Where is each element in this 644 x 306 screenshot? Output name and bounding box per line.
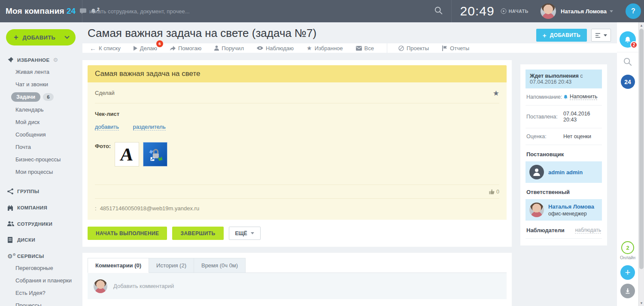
gear-icon[interactable]: ⚙ bbox=[53, 57, 58, 63]
rail-notifications-button[interactable]: 2 bbox=[620, 31, 636, 48]
sidebar-item-messages[interactable]: Сообщения bbox=[0, 128, 82, 141]
tab-all[interactable]: Все bbox=[356, 45, 374, 52]
creator-row[interactable]: admin admin bbox=[526, 161, 602, 183]
set-reminder-link[interactable]: Напомнить bbox=[570, 94, 597, 100]
online-label: Онлайн bbox=[620, 255, 635, 260]
sidebar-add-label: ДОБАВИТЬ bbox=[23, 34, 64, 41]
sidebar-item-my-processes[interactable]: Мои процессы bbox=[0, 166, 82, 178]
logo-24-suffix: 24 bbox=[67, 6, 76, 16]
castle-icon bbox=[7, 205, 15, 211]
start-task-button[interactable]: НАЧАТЬ ВЫПОЛНЕНИЕ bbox=[88, 227, 167, 240]
list-settings-button[interactable] bbox=[591, 29, 611, 42]
page-title: Самая важная задача на свете (задача №7) bbox=[88, 27, 536, 40]
reminder-label: Напоминание: bbox=[526, 94, 563, 100]
page-scrollbar[interactable]: ▲ ▼ bbox=[638, 22, 644, 306]
scrollbar-thumb[interactable] bbox=[639, 29, 644, 269]
creator-name[interactable]: admin admin bbox=[548, 169, 583, 176]
sidebar-section-drives[interactable]: ДИСКИ bbox=[7, 237, 82, 243]
tab-projects[interactable]: Проекты bbox=[398, 45, 429, 52]
photo-thumbnail-lock[interactable] bbox=[143, 142, 167, 167]
search-icon[interactable] bbox=[434, 6, 443, 16]
tab-helping[interactable]: Помогаю bbox=[170, 45, 201, 52]
thumb-up-icon[interactable] bbox=[489, 189, 495, 194]
checklist-add-link[interactable]: добавить bbox=[95, 124, 119, 130]
scroll-up-arrow[interactable]: ▲ bbox=[639, 22, 644, 28]
like-count: 0 bbox=[496, 189, 499, 195]
tab-back-to-list[interactable]: ← К списку bbox=[90, 45, 121, 52]
search-input[interactable] bbox=[89, 8, 434, 15]
clock-time: 20:49 bbox=[460, 4, 495, 18]
sidebar-favorites-label[interactable]: ИЗБРАННОЕ bbox=[17, 58, 50, 63]
sidebar-add-button[interactable]: + ДОБАВИТЬ bbox=[6, 29, 76, 45]
task-action-buttons: НАЧАТЬ ВЫПОЛНЕНИЕ ЗАВЕРШИТЬ ЕЩЁ bbox=[88, 220, 507, 242]
divider bbox=[617, 52, 638, 52]
responsible-name[interactable]: Наталья Ломова bbox=[548, 203, 594, 210]
tab-favorites[interactable]: ★ Избранное bbox=[307, 45, 343, 52]
person-icon bbox=[214, 45, 219, 51]
sidebar-item-calendar[interactable]: Календарь bbox=[0, 103, 82, 116]
scroll-down-arrow[interactable]: ▼ bbox=[639, 300, 644, 306]
tab-reports[interactable]: Отчеты bbox=[442, 45, 469, 52]
rating-value: Нет оценки bbox=[563, 133, 591, 139]
sidebar-item-business-processes[interactable]: Бизнес-процессы bbox=[0, 153, 82, 166]
tab-doing[interactable]: Делаю 6 bbox=[134, 45, 157, 52]
tab-time[interactable]: Время (0ч 0м) bbox=[194, 258, 246, 273]
photo-thumbnail-letter[interactable]: A bbox=[115, 142, 139, 167]
finish-task-button[interactable]: ЗАВЕРШИТЬ bbox=[172, 227, 223, 240]
tab-history[interactable]: История (2) bbox=[149, 258, 194, 273]
sidebar-section-employees[interactable]: СОТРУДНИКИ bbox=[7, 221, 82, 227]
sidebar-item-tasks[interactable]: Задачи 6 bbox=[0, 91, 82, 103]
add-comment-placeholder: Добавить комментарий bbox=[113, 283, 174, 289]
tab-watching[interactable]: Наблюдаю bbox=[257, 45, 294, 52]
sidebar-item-chat[interactable]: Чат и звонки bbox=[0, 78, 82, 91]
bell-icon bbox=[624, 36, 631, 43]
work-timer: 20:49 НАЧАТЬ bbox=[451, 0, 537, 22]
main-content: Самая важная задача на свете (задача №7)… bbox=[82, 22, 617, 306]
share-icon bbox=[7, 188, 15, 194]
favorite-star-icon[interactable]: ★ bbox=[493, 90, 499, 97]
watch-link[interactable]: наблюдать bbox=[575, 227, 601, 233]
star-icon: ★ bbox=[307, 45, 312, 52]
online-counter[interactable]: 2 bbox=[621, 241, 634, 254]
user-menu[interactable]: Наталья Ломова bbox=[537, 0, 623, 22]
rail-search-icon[interactable] bbox=[623, 58, 632, 68]
rail-add-button[interactable]: + bbox=[620, 265, 635, 280]
sidebar-item-my-drive[interactable]: Мой диск bbox=[0, 116, 82, 128]
start-workday-button[interactable]: НАЧАТЬ bbox=[501, 8, 529, 14]
responsible-row[interactable]: Наталья Ломова офис-менеджер bbox=[526, 199, 602, 221]
page-header: Самая важная задача на свете (задача №7)… bbox=[82, 22, 617, 42]
chevron-down-icon bbox=[64, 34, 69, 39]
tab-comments[interactable]: Комментарии (0) bbox=[88, 258, 149, 273]
sidebar-tasks-badge: 6 bbox=[43, 93, 53, 101]
sidebar-section-groups[interactable]: ГРУППЫ bbox=[7, 188, 82, 194]
sidebar-item-processes[interactable]: Процессы bbox=[0, 299, 82, 306]
drive-icon bbox=[7, 237, 15, 243]
more-actions-button[interactable]: ЕЩЁ bbox=[229, 227, 261, 240]
checklist-divider-link[interactable]: разделитель bbox=[133, 124, 166, 130]
sidebar-item-mail[interactable]: Почта bbox=[0, 141, 82, 153]
rail-notification-badge: 2 bbox=[630, 41, 638, 48]
task-description: Сделай bbox=[95, 90, 493, 96]
user-name: Наталья Ломова bbox=[561, 8, 607, 15]
task-status-bar: Ждет выполнения с 07.04.2016 20:43 bbox=[526, 70, 602, 88]
sidebar-item-meetings[interactable]: Собрания и планерки bbox=[0, 274, 82, 287]
bitrix24-badge[interactable]: 24 bbox=[621, 75, 635, 89]
sidebar-item-live-feed[interactable]: Живая лента bbox=[0, 66, 82, 78]
help-zone: ? bbox=[623, 0, 644, 22]
pin-icon bbox=[7, 57, 15, 63]
task-body: Сделай ★ Чек-лист добавить разделитель Ф… bbox=[88, 82, 507, 220]
add-comment-box[interactable]: Добавить комментарий bbox=[88, 273, 507, 299]
sidebar-item-meeting-rooms[interactable]: Переговорные bbox=[0, 262, 82, 274]
help-button[interactable]: ? bbox=[626, 3, 641, 19]
lock-icon bbox=[146, 145, 164, 164]
user-avatar bbox=[541, 3, 556, 19]
add-task-button[interactable]: + ДОБАВИТЬ bbox=[536, 29, 587, 42]
sidebar-section-company[interactable]: КОМПАНИЯ bbox=[7, 205, 82, 211]
rail-download-button[interactable] bbox=[620, 284, 635, 298]
sidebar-section-services[interactable]: ⚙⚙ СЕРВИСЫ bbox=[7, 253, 82, 259]
tab-delegated[interactable]: Поручил bbox=[214, 45, 244, 52]
responsible-avatar bbox=[529, 203, 544, 217]
sidebar-section-favorites: ИЗБРАННОЕ ⚙ bbox=[7, 57, 82, 63]
sidebar-item-idea[interactable]: Есть Идея? bbox=[0, 287, 82, 299]
logo[interactable]: Моя компания 24 2 bbox=[0, 0, 82, 22]
